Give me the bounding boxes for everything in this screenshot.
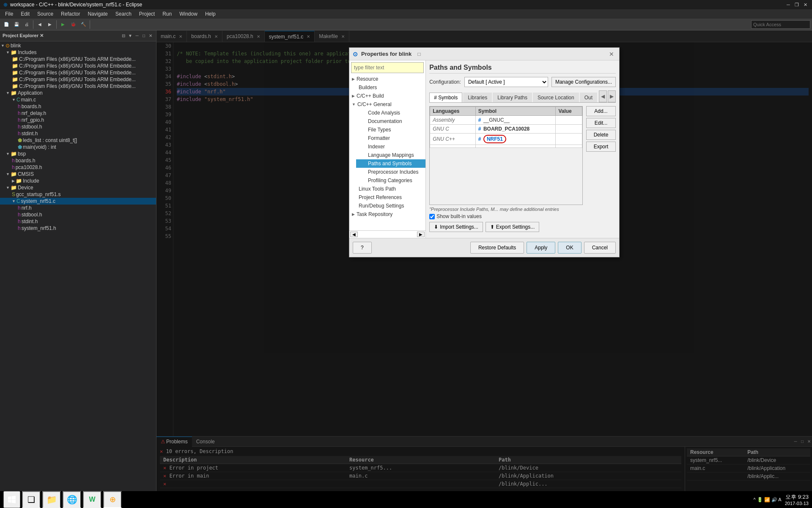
menu-edit[interactable]: Edit	[17, 10, 33, 18]
menu-navigate[interactable]: Navigate	[84, 10, 111, 18]
cancel-button[interactable]: Cancel	[584, 242, 616, 254]
sidebar-close-btn[interactable]: ✕	[148, 33, 154, 39]
show-builtin-checkbox[interactable]	[429, 214, 435, 219]
tree-item-gnu-include-2[interactable]: 📁 C:/Program Files (x86)/GNU Tools ARM E…	[0, 63, 156, 69]
tree-item-device[interactable]: ▼ 📁 Device	[0, 184, 156, 191]
tree-item-boards-h[interactable]: h boards.h	[0, 103, 156, 110]
dialog-inner-tab-output[interactable]: Out	[580, 93, 597, 102]
tree-item-bsp[interactable]: ▼ 📁 bsp	[0, 150, 156, 157]
dialog-tree-cpp-build[interactable]: ▶ C/C++ Build	[349, 92, 425, 100]
browser-button[interactable]: 🌐	[63, 491, 81, 505]
dialog-inner-tab-libraries[interactable]: Libraries	[463, 93, 492, 102]
dialog-tree-task-repository[interactable]: ▶ Task Repository	[349, 210, 425, 218]
tree-item-gnu-include-1[interactable]: 📁 C:/Program Files (x86)/GNU Tools ARM E…	[0, 56, 156, 63]
tree-item-main-c[interactable]: ▼ C main.c	[0, 96, 156, 103]
menu-refactor[interactable]: Refactor	[58, 10, 83, 18]
save-button[interactable]: 💾	[12, 20, 21, 29]
sidebar-minimize-btn[interactable]: ─	[134, 33, 140, 39]
dialog-tree-run-debug[interactable]: Run/Debug Settings	[349, 202, 425, 210]
dialog-inner-tab-library-paths[interactable]: Library Paths	[493, 93, 532, 102]
dialog-tree-formatter[interactable]: Formatter	[356, 134, 425, 142]
delete-symbol-button[interactable]: Delete	[586, 130, 616, 140]
tab-scroll-right[interactable]: ▶	[608, 90, 616, 102]
tree-item-nrf-delay-h[interactable]: h nrf_delay.h	[0, 110, 156, 117]
tree-item-cmsis[interactable]: ▼ 📁 CMSIS	[0, 171, 156, 178]
tree-item-gnu-include-3[interactable]: 📁 C:/Program Files (x86)/GNU Tools ARM E…	[0, 69, 156, 76]
add-symbol-button[interactable]: Add...	[586, 106, 616, 116]
tree-item-stdint-h-dev[interactable]: h stdint.h	[0, 218, 156, 225]
tree-scroll-right[interactable]: ▶	[417, 232, 425, 237]
dialog-close-button[interactable]: ✕	[607, 50, 616, 58]
dialog-tree-indexer[interactable]: Indexer	[356, 142, 425, 151]
ok-button[interactable]: OK	[558, 242, 581, 254]
symbol-row-gnu-c[interactable]: GNU C # BOARD_PCA10028	[430, 125, 582, 134]
forward-button[interactable]: ▶	[45, 20, 55, 29]
tree-item-stdbool-h-app[interactable]: h stdbool.h	[0, 123, 156, 130]
edit-symbol-button[interactable]: Edit...	[586, 118, 616, 128]
close-button[interactable]: ✕	[802, 1, 809, 8]
word-button[interactable]: W	[83, 491, 102, 505]
dialog-tree-documentation[interactable]: Documentation	[356, 117, 425, 126]
restore-button[interactable]: ❐	[793, 1, 800, 8]
dialog-tree-resource[interactable]: ▶ Resource	[349, 75, 425, 83]
quick-access-input[interactable]	[751, 20, 810, 29]
tree-item-gnu-include-4[interactable]: 📁 C:/Program Files (x86)/GNU Tools ARM E…	[0, 76, 156, 83]
menu-run[interactable]: Run	[159, 10, 175, 18]
config-select[interactable]: Default [ Active ]	[464, 77, 548, 87]
dialog-tree-language-mappings[interactable]: Language Mappings	[356, 151, 425, 159]
tree-item-gcc-startup[interactable]: S gcc_startup_nrf51.s	[0, 191, 156, 198]
debug-button[interactable]: 🐞	[69, 20, 78, 29]
dialog-inner-tab-source-location[interactable]: Source Location	[533, 93, 579, 102]
tree-item-application[interactable]: ▼ 📁 Application	[0, 90, 156, 96]
file-explorer-button[interactable]: 📁	[42, 491, 61, 505]
menu-window[interactable]: Window	[176, 10, 201, 18]
tree-item-gnu-include-5[interactable]: 📁 C:/Program Files (x86)/GNU Tools ARM E…	[0, 83, 156, 90]
tree-item-pca10028-h[interactable]: h pca10028.h	[0, 164, 156, 171]
dialog-filter-input[interactable]	[351, 62, 424, 73]
menu-help[interactable]: Help	[202, 10, 219, 18]
new-button[interactable]: 📄	[2, 20, 11, 29]
restore-defaults-button[interactable]: Restore Defaults	[470, 242, 524, 254]
eclipse-button[interactable]: ⊕	[103, 491, 122, 505]
tree-item-blink[interactable]: ▼ ⊙ blink	[0, 42, 156, 49]
sidebar-maximize-btn[interactable]: □	[141, 33, 147, 39]
manage-config-button[interactable]: Manage Configurations...	[551, 77, 616, 87]
sidebar-menu-btn[interactable]: ▼	[127, 33, 133, 39]
minimize-button[interactable]: ─	[785, 1, 792, 8]
build-button[interactable]: 🔨	[79, 20, 88, 29]
task-view-button[interactable]: ❑	[22, 491, 41, 505]
apply-button[interactable]: Apply	[527, 242, 555, 254]
tree-item-include[interactable]: ▶ 📁 Include	[0, 178, 156, 184]
symbol-row-assembly[interactable]: Assembly # __GNUC__	[430, 116, 582, 125]
tree-item-boards-h-bsp[interactable]: h boards.h	[0, 157, 156, 164]
dialog-tree-preprocessor[interactable]: Preprocessor Includes	[356, 168, 425, 176]
sidebar-collapse-btn[interactable]: ⊟	[121, 33, 126, 39]
dialog-tree-profiling[interactable]: Profiling Categories	[356, 176, 425, 185]
dialog-tree-paths-symbols[interactable]: Paths and Symbols	[356, 159, 425, 168]
import-settings-button[interactable]: ⬇ Import Settings...	[429, 222, 483, 232]
menu-source[interactable]: Source	[34, 10, 57, 18]
tree-item-stdbool-h-dev[interactable]: h stdbool.h	[0, 211, 156, 218]
help-button[interactable]: ?	[353, 242, 372, 254]
dialog-maximize-button[interactable]: □	[415, 50, 423, 58]
dialog-tree-project-references[interactable]: Project References	[349, 193, 425, 202]
menu-project[interactable]: Project	[136, 10, 158, 18]
print-button[interactable]: 🖨	[22, 20, 31, 29]
tree-scroll-left[interactable]: ◀	[350, 232, 358, 237]
export-symbol-button[interactable]: Export	[586, 142, 616, 152]
menu-search[interactable]: Search	[112, 10, 135, 18]
tree-item-stdint-h-app[interactable]: h stdint.h	[0, 130, 156, 137]
start-button[interactable]	[3, 491, 20, 505]
export-settings-button[interactable]: ⬆ Export Settings...	[486, 222, 539, 232]
dialog-tree-linux-tools[interactable]: Linux Tools Path	[349, 185, 425, 193]
tree-item-main-func[interactable]: ⬟ main(void) : int	[0, 144, 156, 150]
tab-scroll-left[interactable]: ◀	[599, 90, 607, 102]
dialog-tree-code-analysis[interactable]: Code Analysis	[356, 109, 425, 117]
back-button[interactable]: ◀	[35, 20, 44, 29]
run-button[interactable]: ▶	[58, 20, 68, 29]
tree-item-includes[interactable]: ▼ 📁 Includes	[0, 49, 156, 56]
menu-file[interactable]: File	[2, 10, 16, 18]
tree-item-nrf-gpio-h[interactable]: h nrf_gpio.h	[0, 117, 156, 123]
symbol-row-gnu-cpp[interactable]: GNU C++ # NRF51	[430, 134, 582, 145]
dialog-tree-cpp-general[interactable]: ▼ C/C++ General	[349, 100, 425, 109]
